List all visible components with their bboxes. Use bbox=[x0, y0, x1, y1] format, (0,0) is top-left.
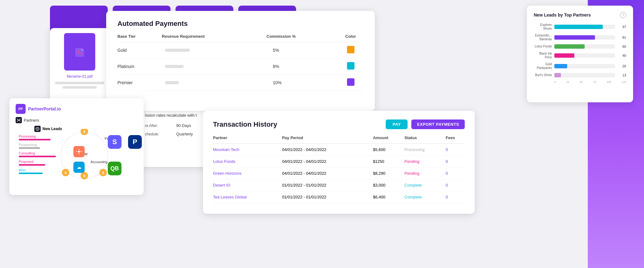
txn-partner[interactable]: Mountain Tech bbox=[213, 144, 282, 156]
pipeline-bar bbox=[19, 164, 45, 166]
paypal-logo: P bbox=[128, 135, 142, 149]
partners-nav-label: Partners bbox=[24, 118, 39, 123]
revenue-req-bar bbox=[162, 42, 266, 58]
txn-pay-period: 01/01/2022 - 01/01/2022 bbox=[282, 191, 373, 203]
leads-card-header: New Leads by Top Partners ? bbox=[534, 12, 626, 18]
svg-text:$: $ bbox=[65, 171, 67, 175]
txn-fees: 0 bbox=[446, 179, 465, 191]
col-color: Color bbox=[338, 34, 364, 42]
tier-question-2: ission rates recalculate with t bbox=[145, 113, 211, 118]
bar-value: 81 bbox=[617, 36, 626, 39]
txn-partner[interactable]: Green Horizons bbox=[213, 168, 282, 179]
txn-partner[interactable]: Lotus Foods bbox=[213, 156, 282, 168]
pipeline-bar bbox=[19, 147, 40, 149]
color-swatch-cell bbox=[338, 42, 364, 58]
pipeline-bar bbox=[19, 173, 43, 174]
commission-pct: 8% bbox=[267, 58, 338, 75]
col-base-tier: Base Tier bbox=[117, 34, 162, 42]
col-revenue-req: Revenue Requirement bbox=[162, 34, 266, 42]
bar-label: Black Ink Pens bbox=[534, 52, 552, 59]
bar-fill bbox=[554, 53, 574, 58]
file-meta-bar-1 bbox=[55, 82, 104, 84]
bar-label: Burt's Shirts bbox=[534, 73, 552, 77]
bar-label: Lotus Foods bbox=[534, 45, 552, 48]
ap-table-row: Platinum 8% bbox=[117, 58, 364, 75]
txn-partner[interactable]: Tea Leaves Global bbox=[213, 191, 282, 203]
svg-text:Accounting: Accounting bbox=[91, 160, 107, 164]
txn-title: Transaction History bbox=[213, 120, 277, 129]
txn-status: Complete bbox=[404, 179, 446, 191]
export-payments-button[interactable]: EXPORT PAYMENTS bbox=[411, 119, 465, 129]
col-commission: Commission % bbox=[267, 34, 338, 42]
pay-button[interactable]: PAY bbox=[386, 119, 408, 129]
expire-label: re After: bbox=[145, 124, 173, 128]
expire-after-row: re After: 90 Days bbox=[145, 123, 211, 128]
col-pay-period: Pay Period bbox=[282, 135, 373, 144]
bar-outer bbox=[554, 73, 615, 77]
portal-brand: PartnerPortal.io bbox=[28, 106, 61, 111]
lead-bar-row: Burt's Shirts 13 bbox=[534, 73, 626, 77]
tier-name: Premier bbox=[117, 75, 162, 91]
bars-container: Explorer Shoes 97 Extraordin... Bananas … bbox=[534, 23, 626, 77]
bar-value: 97 bbox=[617, 25, 626, 29]
txn-partner[interactable]: Desert IO bbox=[213, 179, 282, 191]
pp-logo: PP bbox=[16, 104, 26, 114]
lead-bar-row: Gold Packpacks 26 bbox=[534, 62, 626, 70]
portal-nav-partners[interactable]: Partners bbox=[16, 117, 137, 123]
portal-header: PP PartnerPortal.io bbox=[16, 104, 137, 114]
bar-axis: 0 25 50 75 100 125 bbox=[534, 80, 626, 84]
txn-table-row: Green Horizons 04/01/2022 - 04/01/2022 $… bbox=[213, 168, 465, 179]
txn-status: Pending bbox=[404, 156, 446, 168]
txn-pay-period: 04/01/2022 - 04/01/2022 bbox=[282, 168, 373, 179]
schedule-row: chedule: Quarterly bbox=[145, 132, 211, 136]
txn-amount: $8,290 bbox=[373, 168, 404, 179]
revenue-req-bar bbox=[162, 75, 266, 91]
lead-bar-row: Explorer Shoes 97 bbox=[534, 23, 626, 31]
txn-pay-period: 01/01/2022 - 01/01/2022 bbox=[282, 179, 373, 191]
txn-fees: 0 bbox=[446, 168, 465, 179]
bar-fill bbox=[554, 64, 567, 68]
pipeline-bar bbox=[19, 156, 56, 157]
transaction-history-card: Transaction History PAY EXPORT PAYMENTS … bbox=[203, 111, 475, 214]
txn-table-row: Tea Leaves Global 01/01/2022 - 01/01/202… bbox=[213, 191, 465, 203]
txn-amount: $5,600 bbox=[373, 144, 404, 156]
bar-value: 60 bbox=[617, 45, 626, 48]
lead-bar-row: Black Ink Pens 40 bbox=[534, 52, 626, 59]
txn-fees: 0 bbox=[446, 156, 465, 168]
leads-chart-title: New Leads by Top Partners bbox=[534, 12, 591, 17]
tier-name: Gold bbox=[117, 42, 162, 58]
bar-outer bbox=[554, 53, 615, 58]
txn-amount: $3,000 bbox=[373, 179, 404, 191]
bar-fill bbox=[554, 35, 595, 40]
color-swatch-cell bbox=[338, 75, 364, 91]
bar-outer bbox=[554, 35, 615, 40]
bar-fill bbox=[554, 44, 585, 49]
help-icon[interactable]: ? bbox=[620, 12, 626, 18]
txn-status: Pending bbox=[404, 168, 446, 179]
schedule-value: Quarterly bbox=[176, 132, 193, 136]
schedule-label: chedule: bbox=[145, 132, 173, 136]
bar-value: 26 bbox=[617, 64, 626, 68]
commission-pct: 10% bbox=[267, 75, 338, 91]
txn-fees: 0 bbox=[446, 144, 465, 156]
flow-diagram: New Leads Processing Prospecting Consult… bbox=[16, 126, 137, 188]
pipeline-bar bbox=[19, 139, 51, 140]
txn-amount: $6,400 bbox=[373, 191, 404, 203]
quickbooks-logo: QB bbox=[108, 162, 121, 175]
bar-outer bbox=[554, 25, 615, 29]
bar-value: 13 bbox=[617, 73, 626, 77]
leads-chart-card: New Leads by Top Partners ? Explorer Sho… bbox=[527, 6, 633, 102]
bar-label: Gold Packpacks bbox=[534, 62, 552, 70]
lead-bar-row: Lotus Foods 60 bbox=[534, 44, 626, 49]
bar-label: Extraordin... Bananas bbox=[534, 34, 552, 41]
transaction-table: Partner Pay Period Amount Status Fees Mo… bbox=[213, 135, 465, 203]
txn-buttons: PAY EXPORT PAYMENTS bbox=[386, 119, 465, 129]
partner-portal-card: PP PartnerPortal.io Partners New Leads P… bbox=[9, 98, 144, 195]
col-status: Status bbox=[404, 135, 446, 144]
revenue-req-bar bbox=[162, 58, 266, 75]
commission-pct: 5% bbox=[267, 42, 338, 58]
bar-outer bbox=[554, 64, 615, 68]
txn-status: Complete bbox=[404, 191, 446, 203]
bar-outer bbox=[554, 44, 615, 49]
svg-point-17 bbox=[78, 151, 80, 153]
